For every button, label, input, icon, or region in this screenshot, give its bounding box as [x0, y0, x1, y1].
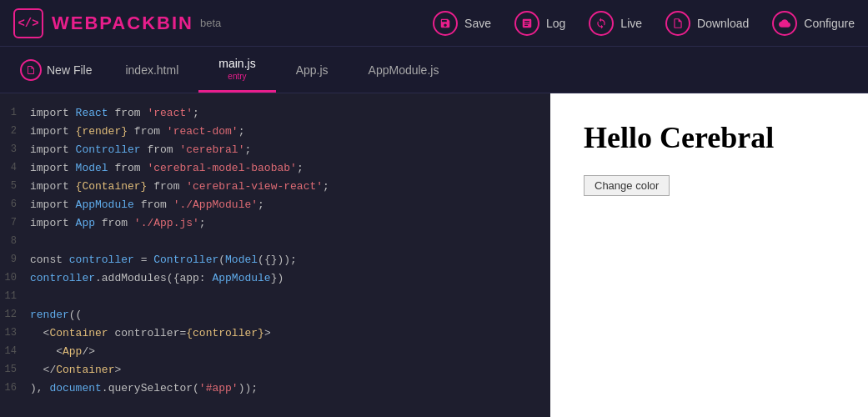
- code-line-6: 6 import AppModule from './AppModule';: [0, 195, 550, 214]
- download-icon: [665, 11, 690, 36]
- code-line-16: 16 ), document.querySelector('#app'));: [0, 379, 550, 397]
- tab-label: App.js: [296, 63, 329, 77]
- tab-label: main.js: [218, 57, 255, 70]
- beta-label: beta: [200, 17, 221, 29]
- code-line-8: 8: [0, 232, 550, 250]
- save-icon: [433, 11, 458, 36]
- code-line-15: 15 </Container>: [0, 360, 550, 379]
- configure-label: Configure: [804, 17, 855, 30]
- code-line-7: 7 import App from './App.js';: [0, 214, 550, 232]
- new-file-label: New File: [47, 63, 92, 77]
- configure-icon: [772, 11, 797, 36]
- tab-main-js[interactable]: main.js entry: [198, 47, 275, 93]
- preview-panel: Hello Cerebral Change color: [550, 93, 868, 417]
- code-line-10: 10 controller.addModules({app: AppModule…: [0, 269, 550, 287]
- tabs-container: index.html main.js entry App.js AppModul…: [105, 47, 459, 93]
- log-label: Log: [546, 17, 565, 30]
- tab-label: AppModule.js: [369, 63, 439, 77]
- download-action[interactable]: Download: [665, 11, 749, 36]
- code-line-14: 14 <App/>: [0, 342, 550, 360]
- code-line-13: 13 <Container controller={controller}>: [0, 324, 550, 342]
- configure-action[interactable]: Configure: [772, 11, 855, 36]
- logo-area: </> WEBPACKBIN beta: [13, 8, 221, 38]
- logo-icon: </>: [13, 8, 43, 38]
- save-label: Save: [464, 17, 491, 30]
- preview-title: Hello Cerebral: [584, 120, 835, 155]
- change-color-button[interactable]: Change color: [584, 175, 670, 196]
- log-icon: [514, 11, 539, 36]
- log-action[interactable]: Log: [514, 11, 565, 36]
- code-editor[interactable]: 1 import React from 'react'; 2 import {r…: [0, 93, 550, 417]
- top-nav: </> WEBPACKBIN beta Save Log Live D: [0, 0, 868, 47]
- code-line-2: 2 import {render} from 'react-dom';: [0, 122, 550, 140]
- main-content: 1 import React from 'react'; 2 import {r…: [0, 93, 868, 417]
- live-action[interactable]: Live: [589, 11, 642, 36]
- tab-appmodule-js[interactable]: AppModule.js: [349, 47, 459, 93]
- nav-actions: Save Log Live Download Configure: [433, 11, 855, 36]
- new-file-icon: [20, 59, 42, 81]
- code-line-9: 9 const controller = Controller(Model({}…: [0, 250, 550, 269]
- save-action[interactable]: Save: [433, 11, 491, 36]
- download-label: Download: [697, 17, 749, 30]
- code-line-11: 11: [0, 287, 550, 305]
- code-line-12: 12 render((: [0, 305, 550, 324]
- code-line-1: 1 import React from 'react';: [0, 103, 550, 122]
- live-label: Live: [620, 17, 642, 30]
- tab-bar: New File index.html main.js entry App.js…: [0, 47, 868, 93]
- code-line-4: 4 import Model from 'cerebral-model-baob…: [0, 158, 550, 177]
- new-file-button[interactable]: New File: [7, 59, 105, 81]
- app-name: WEBPACKBIN: [52, 13, 193, 34]
- tab-app-js[interactable]: App.js: [276, 47, 349, 93]
- live-icon: [589, 11, 614, 36]
- tab-index-html[interactable]: index.html: [105, 47, 198, 93]
- tab-label: index.html: [125, 63, 178, 77]
- code-line-5: 5 import {Container} from 'cerebral-view…: [0, 177, 550, 195]
- tab-sublabel: entry: [228, 72, 246, 81]
- code-line-3: 3 import Controller from 'cerebral';: [0, 140, 550, 158]
